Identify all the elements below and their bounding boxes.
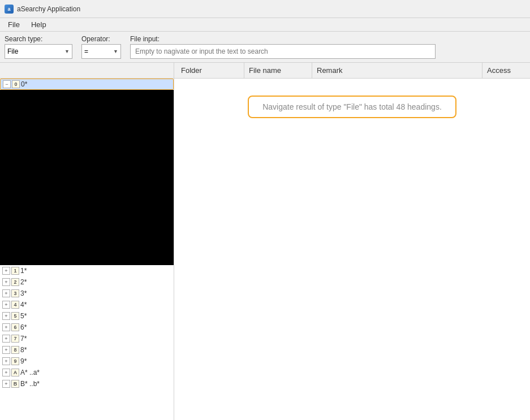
tree-body[interactable]: − 0 0* + 1 1* + 2 2* + 3 3* <box>0 79 174 420</box>
file-input-group: File input: <box>130 35 436 59</box>
search-type-select-wrapper: File Folder Content <box>5 44 72 59</box>
expand-icon-9[interactable]: + <box>2 357 10 365</box>
app-title: aSearchy Application <box>17 5 80 13</box>
search-type-group: Search type: File Folder Content <box>5 35 72 59</box>
node-badge-b: B <box>11 380 19 388</box>
node-badge-0: 0 <box>12 80 20 88</box>
expand-icon-1[interactable]: + <box>2 267 10 275</box>
node-badge-2: 2 <box>11 278 19 286</box>
tree-panel: − 0 0* + 1 1* + 2 2* + 3 3* <box>0 63 174 420</box>
node-label-2star: 2* <box>20 278 27 286</box>
toolbar: Search type: File Folder Content Operato… <box>0 32 530 63</box>
node-label-5star: 5* <box>20 312 27 320</box>
menu-help[interactable]: Help <box>25 19 52 30</box>
col-folder: Folder <box>176 63 244 78</box>
results-body: Navigate result of type "File" has total… <box>174 79 530 420</box>
node-badge-8: 8 <box>11 346 19 354</box>
expand-icon-a[interactable]: + <box>2 369 10 376</box>
node-badge-3: 3 <box>11 289 19 297</box>
node-label-4star: 4* <box>20 301 27 309</box>
tree-node-6star[interactable]: + 6 6* <box>0 322 174 333</box>
collapse-icon[interactable]: − <box>3 80 11 88</box>
menu-file[interactable]: File <box>2 19 25 30</box>
node-badge-6: 6 <box>11 323 19 331</box>
title-bar: a aSearchy Application <box>0 0 530 18</box>
node-badge-1: 1 <box>11 267 19 275</box>
expand-icon-b[interactable]: + <box>2 380 10 388</box>
operator-label: Operator: <box>81 35 121 43</box>
node-label-1star: 1* <box>20 267 27 275</box>
node-label-7star: 7* <box>20 335 27 343</box>
node-badge-4: 4 <box>11 301 19 309</box>
right-panel: Folder File name Remark Access Navigate … <box>174 63 530 420</box>
file-input-label: File input: <box>130 35 436 43</box>
tree-header <box>0 63 174 79</box>
expand-icon-5[interactable]: + <box>2 312 10 320</box>
main-content: − 0 0* + 1 1* + 2 2* + 3 3* <box>0 63 530 420</box>
file-input[interactable] <box>130 44 436 59</box>
expand-icon-3[interactable]: + <box>2 289 10 297</box>
search-type-select[interactable]: File Folder Content <box>5 44 72 59</box>
node-label-6star: 6* <box>20 323 27 331</box>
expand-icon-8[interactable]: + <box>2 346 10 354</box>
tree-node-8star[interactable]: + 8 8* <box>0 344 174 356</box>
node-label-8star: 8* <box>20 346 27 354</box>
menu-bar: File Help <box>0 18 530 32</box>
operator-group: Operator: = != < > <box>81 35 121 59</box>
node-label-3star: 3* <box>20 289 27 297</box>
tree-node-bstar[interactable]: + B B* ..b* <box>0 378 174 389</box>
expand-icon-4[interactable]: + <box>2 301 10 309</box>
expand-icon-6[interactable]: + <box>2 323 10 331</box>
node-label-0star: 0* <box>21 80 27 88</box>
col-access: Access <box>482 63 528 78</box>
tree-node-astar[interactable]: + A A* ..a* <box>0 367 174 378</box>
operator-select[interactable]: = != < > <box>81 44 121 59</box>
app-icon: a <box>5 5 14 14</box>
node-badge-5: 5 <box>11 312 19 320</box>
navigate-message: Navigate result of type "File" has total… <box>248 96 456 118</box>
node-badge-7: 7 <box>11 335 19 343</box>
col-remark: Remark <box>312 63 482 78</box>
expand-icon-7[interactable]: + <box>2 335 10 343</box>
tree-node-3star[interactable]: + 3 3* <box>0 288 174 299</box>
tree-node-1star[interactable]: + 1 1* <box>0 265 174 276</box>
search-type-label: Search type: <box>5 35 72 43</box>
expand-icon-2[interactable]: + <box>2 278 10 286</box>
tree-node-7star[interactable]: + 7 7* <box>0 333 174 344</box>
tree-node-5star[interactable]: + 5 5* <box>0 310 174 322</box>
tree-node-0star[interactable]: − 0 0* <box>0 79 174 90</box>
tree-node-4star[interactable]: + 4 4* <box>0 299 174 310</box>
node-badge-9: 9 <box>11 357 19 365</box>
node-label-astar: A* ..a* <box>20 369 40 376</box>
redacted-area <box>0 90 174 265</box>
node-label-9star: 9* <box>20 357 27 365</box>
col-filename: File name <box>244 63 312 78</box>
tree-node-2star[interactable]: + 2 2* <box>0 276 174 288</box>
node-label-bstar: B* ..b* <box>20 380 40 388</box>
node-badge-a: A <box>11 369 19 376</box>
operator-select-wrapper: = != < > <box>81 44 121 59</box>
results-header: Folder File name Remark Access <box>174 63 530 79</box>
tree-node-9star[interactable]: + 9 9* <box>0 356 174 367</box>
